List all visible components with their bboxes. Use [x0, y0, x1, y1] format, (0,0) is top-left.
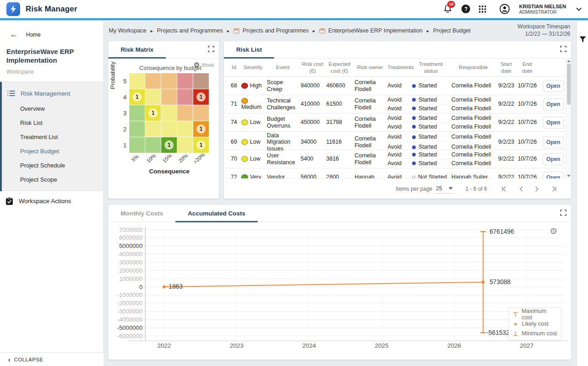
svg-text:2000000: 2000000: [119, 267, 143, 274]
matrix-cell[interactable]: 1: [161, 137, 177, 153]
matrix-cell[interactable]: [129, 137, 145, 153]
matrix-cell[interactable]: [161, 73, 177, 89]
sidebar-item-project-schedule[interactable]: Project Schedule: [2, 158, 103, 172]
breadcrumb-item[interactable]: Projects and Programmes: [243, 27, 309, 34]
fullscreen-icon[interactable]: [208, 46, 214, 52]
apps-grid-button[interactable]: [478, 5, 487, 13]
tab-accumulated-costs[interactable]: Accumulated Costs: [175, 205, 258, 222]
collapse-sidebar-button[interactable]: ‹ COLLAPSE: [0, 352, 104, 366]
tab-risk-matrix[interactable]: Risk Matrix: [108, 41, 166, 58]
matrix-cell[interactable]: [161, 105, 177, 121]
matrix-cell[interactable]: 1: [193, 137, 209, 153]
matrix-cell[interactable]: [177, 73, 193, 89]
matrix-cell[interactable]: [193, 105, 209, 121]
status-label: Started: [418, 82, 437, 89]
scroll-thumb[interactable]: [567, 64, 571, 105]
last-page-button[interactable]: [550, 186, 556, 192]
cell-responsible: Cornelia FlodellCornelia Flodell: [450, 150, 496, 168]
table-row: 70LowUser Resistance54003816Cornelia Flo…: [224, 150, 566, 168]
svg-text:-4000000: -4000000: [117, 316, 143, 323]
prev-page-button[interactable]: [519, 186, 524, 192]
filter-icon[interactable]: [579, 36, 586, 43]
first-page-button[interactable]: [502, 186, 508, 192]
breadcrumb-item[interactable]: My Workspace: [109, 27, 146, 34]
matrix-cell[interactable]: [145, 89, 161, 105]
matrix-cell[interactable]: 1: [129, 89, 145, 105]
matrix-cell[interactable]: 1: [145, 105, 161, 121]
matrix-cell-count: 1: [196, 140, 206, 150]
matrix-cell[interactable]: [129, 105, 145, 121]
svg-text:-3000000: -3000000: [117, 308, 143, 315]
chart-settings-gear-icon[interactable]: ⚙: [550, 227, 557, 236]
svg-text:-6000000: -6000000: [117, 333, 143, 339]
open-button[interactable]: Open: [543, 80, 564, 92]
matrix-cell[interactable]: [177, 89, 193, 105]
back-home-link[interactable]: ← Home: [0, 22, 103, 45]
breadcrumb-separator-icon: ▸: [427, 28, 429, 33]
items-per-page-select[interactable]: 25: [435, 184, 453, 194]
severity-dot-icon: [241, 139, 248, 145]
sidebar-item-treatment-list[interactable]: Treatment List: [2, 130, 103, 144]
scroll-down-arrow[interactable]: [567, 175, 571, 177]
fullscreen-icon[interactable]: [560, 210, 567, 216]
open-button[interactable]: Open: [543, 153, 564, 165]
open-button[interactable]: Open: [543, 136, 564, 148]
column-header: Responsible: [450, 63, 496, 71]
breadcrumb-item[interactable]: Projects and Programmes: [157, 27, 223, 34]
sidebar-item-risk-management[interactable]: Risk Management: [2, 86, 103, 102]
tab-monthly-costs[interactable]: Monthly Costs: [108, 205, 175, 222]
breadcrumb-item[interactable]: Project Budget: [433, 27, 471, 34]
cell-event: Data Migration Issues: [266, 132, 300, 152]
matrix-cell[interactable]: [177, 121, 193, 137]
table-scrollbar[interactable]: [566, 59, 571, 178]
severity-label: Medium: [241, 104, 261, 110]
next-page-button[interactable]: [535, 186, 539, 192]
breadcrumb-item[interactable]: EnterpriseWave ERP Implementation: [328, 27, 423, 34]
responsible-name: Cornelia Flodell: [451, 151, 495, 159]
sidebar-item-project-budget[interactable]: Project Budget: [2, 144, 103, 158]
user-menu-chevron-icon[interactable]: [576, 7, 582, 11]
matrix-cell[interactable]: [161, 121, 177, 137]
clipboard-check-icon: [5, 197, 13, 205]
matrix-cell[interactable]: [129, 73, 145, 89]
svg-text:2023: 2023: [230, 342, 244, 349]
matrix-y-axis-label: Probability: [109, 61, 116, 89]
avatar[interactable]: [499, 4, 510, 14]
matrix-cell[interactable]: [177, 105, 193, 121]
matrix-row-label: 4: [118, 89, 127, 105]
table-body: 68HighScope Creep940000460600Cornelia Fl…: [224, 77, 566, 178]
app-logo[interactable]: [6, 2, 20, 16]
matrix-cell[interactable]: [129, 121, 145, 137]
sidebar-item-risk-list[interactable]: Risk List: [2, 116, 103, 130]
status-dot-icon: [412, 84, 416, 88]
tab-risk-list[interactable]: Risk List: [224, 41, 274, 58]
open-button[interactable]: Open: [543, 117, 564, 129]
table-header: IdSeverityEventRisk cost (€)Expected cos…: [224, 59, 566, 77]
matrix-cell-count: 1: [164, 140, 174, 150]
svg-text:1863: 1863: [169, 283, 183, 290]
open-button[interactable]: Open: [543, 172, 564, 179]
sidebar-item-project-scope[interactable]: Project Scope: [2, 172, 103, 187]
cell-risk-owner: Cornelia Flodell: [354, 135, 387, 149]
help-button[interactable]: ?: [461, 5, 470, 13]
matrix-cell[interactable]: [145, 137, 161, 153]
legend-label: Maximum cost: [522, 308, 557, 321]
matrix-cell[interactable]: [177, 137, 193, 153]
notifications-button[interactable]: 10: [443, 4, 453, 14]
sidebar-item-overview[interactable]: Overview: [2, 102, 103, 116]
svg-text:5000000: 5000000: [119, 242, 143, 249]
column-header: Expected cost (€): [325, 60, 354, 75]
matrix-cell[interactable]: [145, 121, 161, 137]
cell-end-date: 10/7/26: [516, 82, 538, 89]
matrix-cell[interactable]: [193, 73, 209, 89]
svg-text:7000000: 7000000: [119, 226, 143, 233]
matrix-cell[interactable]: [145, 73, 161, 89]
matrix-cell[interactable]: [161, 89, 177, 105]
scroll-up-arrow[interactable]: [567, 60, 571, 62]
sidebar-item-workspace-actions[interactable]: Workspace Actions: [0, 191, 103, 211]
matrix-cell[interactable]: 1: [193, 89, 209, 105]
open-button[interactable]: Open: [543, 98, 564, 110]
treatment-name: Avoid: [387, 96, 410, 104]
fullscreen-icon[interactable]: [560, 46, 567, 52]
matrix-cell[interactable]: 1: [193, 121, 209, 137]
